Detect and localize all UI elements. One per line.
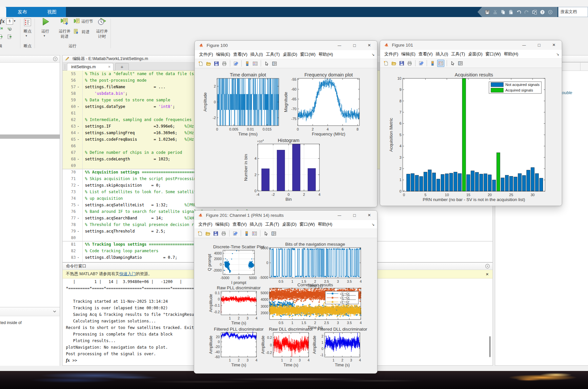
breakable-dash[interactable]: -: [77, 103, 81, 110]
doc-search-input[interactable]: 搜索文档: [558, 7, 588, 17]
ribbon-advance-button[interactable]: [74, 29, 80, 34]
toolbar-print-figure-icon[interactable]: [406, 60, 413, 67]
figure-menu-item[interactable]: 窗口(W): [299, 220, 315, 229]
breakable-dash[interactable]: -: [77, 130, 81, 136]
fx-prompt-icon[interactable]: fx: [66, 358, 70, 363]
qat-copy-icon[interactable]: [499, 9, 507, 16]
maximize-button[interactable]: □: [533, 40, 546, 50]
breakable-dash[interactable]: -: [77, 202, 81, 208]
figure-window-fig101[interactable]: Figure 101—□✕文件(F)编辑(E)查看(V)插入(I)工具(T)桌面…: [380, 40, 562, 206]
figure-titlebar[interactable]: Figure 100—□✕: [195, 41, 377, 50]
toolbar-link-plot-icon[interactable]: [418, 60, 424, 67]
ribbon-fi-caret[interactable]: ▾: [14, 19, 15, 23]
qat-cut-icon[interactable]: [492, 9, 499, 16]
circle-chevron-icon[interactable]: [485, 264, 490, 270]
figure-menu-item[interactable]: 窗口(W): [485, 50, 501, 58]
toolbar-insert-legend-icon[interactable]: [252, 60, 258, 67]
chevron-down-icon[interactable]: [52, 309, 57, 315]
ribbon-breakpoints-caret[interactable]: ▾: [26, 34, 27, 37]
toolbar-open-file-icon[interactable]: [205, 60, 212, 67]
toolbar-property-inspector-icon[interactable]: [271, 230, 277, 237]
figure-menu-item[interactable]: 查看(V): [418, 50, 433, 58]
ribbon-fi-button[interactable]: fi: [6, 18, 13, 25]
ribbon-breakpoints-button[interactable]: [23, 18, 32, 27]
toolbar-link-plot-icon[interactable]: [233, 60, 239, 67]
figure-window-fig201[interactable]: Figure 201: Channel 1 (PRN 14) results—□…: [194, 210, 377, 374]
breakable-dash[interactable]: -: [77, 215, 81, 221]
qat-dropdown-icon[interactable]: [547, 9, 554, 16]
minimize-button[interactable]: —: [517, 40, 531, 50]
figure-window-fig100[interactable]: Figure 100—□✕文件(F)编辑(E)查看(V)插入(I)工具(T)桌面…: [194, 40, 377, 207]
minimize-button[interactable]: —: [333, 211, 346, 220]
figure-menu-item[interactable]: 文件(F): [199, 50, 213, 59]
toolbar-print-figure-icon[interactable]: [220, 230, 227, 237]
figure-menu-item[interactable]: 文件(F): [198, 220, 213, 229]
toolbar-edit-plot-icon[interactable]: [263, 60, 270, 67]
ribbon-tab-editor-partial[interactable]: [0, 7, 6, 17]
folder-selected-row[interactable]: [0, 134, 60, 139]
figure-menu-item[interactable]: 插入(I): [250, 220, 262, 229]
banner-quickstart-link[interactable]: 快速入门: [119, 272, 136, 276]
qat-redo-icon[interactable]: [523, 9, 530, 16]
maximize-button[interactable]: □: [348, 41, 361, 50]
figure-titlebar[interactable]: Figure 201: Channel 1 (PRN 14) results—□…: [194, 211, 377, 220]
toolbar-property-inspector-icon[interactable]: [457, 60, 464, 67]
figure-menu-item[interactable]: 插入(I): [436, 50, 448, 58]
toolbar-new-figure-icon[interactable]: [383, 60, 389, 67]
close-button[interactable]: ✕: [363, 211, 376, 220]
minimize-button[interactable]: —: [333, 41, 346, 50]
figure-menu-item[interactable]: 编辑(E): [215, 220, 230, 229]
figure-menu-item[interactable]: 帮助(H): [504, 50, 518, 58]
qat-paste-icon[interactable]: [507, 9, 515, 16]
toolbar-property-inspector-icon[interactable]: [271, 60, 278, 67]
figure-menu-item[interactable]: 窗口(W): [300, 50, 315, 59]
figure-menu-item[interactable]: 查看(V): [233, 220, 247, 229]
banner-close-icon[interactable]: ×: [486, 270, 489, 278]
breakable-dash[interactable]: -: [77, 123, 81, 130]
toolbar-new-figure-icon[interactable]: [197, 60, 204, 67]
qat-help-icon[interactable]: ?: [539, 9, 546, 16]
ribbon-tab-view[interactable]: 视图: [39, 7, 65, 17]
breakable-dash[interactable]: -: [77, 84, 81, 90]
toolbar-open-file-icon[interactable]: [391, 60, 397, 67]
ribbon-outdent-icon[interactable]: [7, 34, 12, 39]
figure-menu-item[interactable]: 工具(T): [265, 220, 279, 229]
figure-menu-item[interactable]: 桌面(D): [283, 50, 297, 59]
figure-menu-item[interactable]: 工具(T): [266, 50, 280, 59]
qat-window-layout-icon[interactable]: [531, 9, 538, 16]
ribbon-run-time-button[interactable]: [97, 17, 107, 27]
figure-menu-item[interactable]: 插入(I): [250, 50, 263, 59]
editor-new-tab-button[interactable]: +: [115, 63, 129, 71]
workspace-column-divider[interactable]: [580, 63, 580, 71]
toolbar-print-figure-icon[interactable]: [221, 60, 228, 67]
close-button[interactable]: ✕: [547, 40, 560, 50]
toolbar-new-figure-icon[interactable]: [197, 230, 203, 237]
maximize-button[interactable]: □: [348, 211, 361, 220]
ribbon-clear-icon[interactable]: [0, 27, 3, 32]
circle-chevron-icon[interactable]: [53, 56, 58, 62]
ribbon-tab-publish[interactable]: 发布: [9, 7, 35, 17]
qat-save-icon[interactable]: [484, 9, 491, 16]
figure-menu-item[interactable]: 桌面(D): [468, 50, 482, 58]
figure-menu-item[interactable]: 帮助(H): [318, 220, 332, 229]
toolbar-insert-colorbar-icon[interactable]: [244, 60, 251, 67]
ribbon-comment-wrap-icon[interactable]: %: [7, 27, 12, 32]
toolbar-edit-plot-icon[interactable]: [449, 60, 456, 67]
ribbon-indent-icon[interactable]: [0, 34, 3, 39]
toolbar-insert-legend-icon[interactable]: [251, 230, 258, 237]
menu-overflow-icon[interactable]: ↘: [372, 50, 375, 59]
command-scrollbar-thumb[interactable]: [489, 336, 491, 357]
tab-close-icon[interactable]: ×: [108, 63, 111, 71]
breakable-dash[interactable]: -: [77, 228, 81, 235]
toolbar-insert-colorbar-icon[interactable]: [243, 230, 250, 237]
qat-undo-icon[interactable]: [515, 9, 522, 16]
ribbon-run-caret[interactable]: ▾: [44, 34, 45, 37]
menu-overflow-icon[interactable]: ↘: [556, 50, 559, 58]
toolbar-link-plot-icon[interactable]: [232, 230, 238, 237]
breakable-dash[interactable]: -: [77, 156, 81, 162]
breakable-dash[interactable]: -: [77, 254, 81, 261]
toolbar-save-figure-icon[interactable]: [213, 230, 219, 237]
toolbar-open-file-icon[interactable]: [205, 230, 211, 237]
figure-menu-item[interactable]: 帮助(H): [318, 50, 333, 59]
menu-overflow-icon[interactable]: ↘: [372, 220, 375, 229]
